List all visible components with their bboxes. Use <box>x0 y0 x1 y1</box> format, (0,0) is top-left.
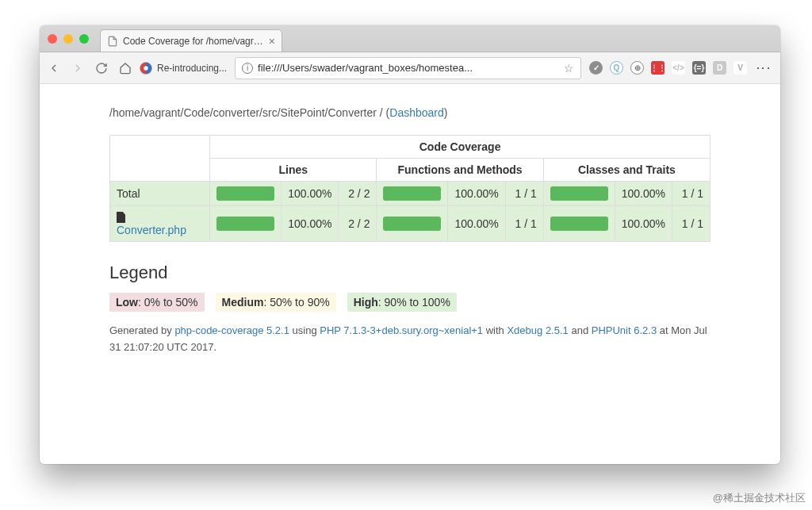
browser-tab[interactable]: Code Coverage for /home/vagrant/C × <box>100 29 282 52</box>
page-icon <box>107 36 118 47</box>
v-icon[interactable]: V <box>733 61 747 75</box>
frac-cell: 1 / 1 <box>672 206 710 242</box>
browser-toolbar: Re-introducing... i file:///Users/swader… <box>40 52 780 84</box>
close-tab-icon[interactable]: × <box>269 35 275 48</box>
col-group: Classes and Traits <box>543 159 710 182</box>
code-icon[interactable]: </> <box>672 61 685 75</box>
page-content: /home/vagrant/Code/converter/src/SitePoi… <box>40 84 780 356</box>
grid-icon[interactable]: ⋮⋮ <box>651 61 665 75</box>
progress-cell <box>210 206 282 242</box>
coverage-table: Code Coverage LinesFunctions and Methods… <box>109 135 710 242</box>
forward-icon[interactable] <box>71 62 84 75</box>
legend-medium: Medium: 50% to 90% <box>216 293 336 312</box>
link-phpunit[interactable]: PHPUnit 6.2.3 <box>592 324 657 336</box>
check-icon[interactable]: ✓ <box>589 61 603 75</box>
legend-low: Low: 0% to 50% <box>109 293 205 312</box>
legend-heading: Legend <box>109 263 710 283</box>
browser-window: Code Coverage for /home/vagrant/C × Re-i… <box>40 25 780 464</box>
link-php-code-coverage[interactable]: php-code-coverage 5.2.1 <box>174 324 289 336</box>
progress-cell <box>543 206 615 242</box>
nav-buttons <box>48 62 132 75</box>
reload-icon[interactable] <box>95 62 108 75</box>
table-row: Total100.00%2 / 2100.00%1 / 1100.00%1 / … <box>110 182 710 206</box>
progress-cell <box>377 182 448 206</box>
row-name: Total <box>110 182 210 206</box>
window-controls <box>48 25 89 52</box>
minimize-window-icon[interactable] <box>63 34 73 44</box>
pct-cell: 100.00% <box>448 182 505 206</box>
pct-cell: 100.00% <box>282 182 339 206</box>
footer-text: Generated by php-code-coverage 5.2.1 usi… <box>109 323 710 356</box>
frac-cell: 1 / 1 <box>505 182 543 206</box>
file-icon <box>117 212 125 223</box>
bookmark-item[interactable]: Re-introducing... <box>140 62 227 75</box>
pct-cell: 100.00% <box>615 182 672 206</box>
address-bar[interactable]: i file:///Users/swader/vagrant_boxes/hom… <box>235 57 581 79</box>
home-icon[interactable] <box>119 62 132 75</box>
legend-row: Low: 0% to 50% Medium: 50% to 90% High: … <box>109 293 710 312</box>
col-group: Lines <box>210 159 377 182</box>
file-link[interactable]: Converter.php <box>117 224 186 236</box>
table-row: Converter.php100.00%2 / 2100.00%1 / 1100… <box>110 206 710 242</box>
col-blank <box>110 136 210 182</box>
col-group: Functions and Methods <box>377 159 543 182</box>
tab-strip: Code Coverage for /home/vagrant/C × <box>40 25 780 52</box>
site-info-icon[interactable]: i <box>242 63 253 74</box>
table-title: Code Coverage <box>210 136 710 159</box>
row-name: Converter.php <box>110 206 210 242</box>
bookmark-star-icon[interactable]: ☆ <box>564 62 574 75</box>
tab-title: Code Coverage for /home/vagrant/C <box>123 36 264 47</box>
pct-cell: 100.00% <box>448 206 505 242</box>
pct-cell: 100.00% <box>282 206 339 242</box>
bookmark-label: Re-introducing... <box>157 63 227 74</box>
pct-cell: 100.00% <box>615 206 672 242</box>
maximize-window-icon[interactable] <box>79 34 89 44</box>
braces-icon[interactable]: {=} <box>692 61 706 75</box>
svg-point-1 <box>144 66 147 70</box>
close-window-icon[interactable] <box>48 34 57 44</box>
progress-cell <box>377 206 448 242</box>
extension-icons: ✓Q⊕⋮⋮</>{=}DV <box>589 61 747 75</box>
favicon-icon <box>140 62 152 75</box>
breadcrumb-path: /home/vagrant/Code/converter/src/SitePoi… <box>109 106 377 119</box>
progress-cell <box>210 182 282 206</box>
link-xdebug[interactable]: Xdebug 2.5.1 <box>507 324 568 336</box>
menu-icon[interactable]: ⋮ <box>755 61 772 75</box>
breadcrumb: /home/vagrant/Code/converter/src/SitePoi… <box>109 106 710 119</box>
d-icon[interactable]: D <box>713 61 726 75</box>
url-text: file:///Users/swader/vagrant_boxes/homes… <box>258 62 559 74</box>
back-icon[interactable] <box>48 62 60 75</box>
frac-cell: 2 / 2 <box>339 206 377 242</box>
frac-cell: 2 / 2 <box>339 182 377 206</box>
q-icon[interactable]: Q <box>610 61 623 75</box>
progress-cell <box>543 182 615 206</box>
link-php[interactable]: PHP 7.1.3-3+deb.sury.org~xenial+1 <box>320 324 483 336</box>
globe-icon[interactable]: ⊕ <box>630 61 644 75</box>
frac-cell: 1 / 1 <box>672 182 710 206</box>
frac-cell: 1 / 1 <box>505 206 543 242</box>
watermark: @稀土掘金技术社区 <box>713 491 806 505</box>
legend-high: High: 90% to 100% <box>347 293 457 312</box>
dashboard-link[interactable]: Dashboard <box>389 106 444 119</box>
